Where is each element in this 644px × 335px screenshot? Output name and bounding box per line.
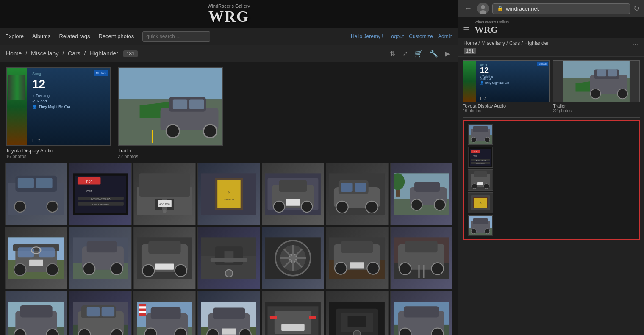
nav-explore[interactable]: Explore [5, 31, 24, 42]
svg-point-184 [471, 137, 476, 142]
svg-text:CAR MULTIMEDIA: CAR MULTIMEDIA [91, 197, 110, 200]
photo-cell[interactable] [326, 227, 388, 289]
photo-cell[interactable]: npr wait CAR MULTIMEDIA Dock Connector [69, 163, 131, 225]
photo-cell[interactable] [197, 227, 260, 289]
url-field[interactable]: 🔒 windracer.net [492, 3, 630, 14]
svg-text:npr: npr [474, 150, 477, 152]
svg-point-75 [83, 263, 95, 275]
more-icon[interactable]: ⋯ [632, 40, 639, 48]
svg-point-102 [367, 263, 379, 274]
toolbar-icons: ⇅ ⤢ 🛒 🔧 ▶ [388, 49, 452, 58]
photo-cell[interactable] [69, 227, 131, 289]
svg-point-81 [175, 265, 187, 277]
breadcrumb-home[interactable]: Home [6, 50, 22, 57]
play-icon[interactable]: ▶ [443, 49, 452, 58]
back-button[interactable]: ← [463, 3, 474, 14]
svg-rect-177 [597, 70, 606, 77]
svg-rect-116 [20, 305, 53, 317]
thumb-4[interactable]: ⚠ [468, 192, 493, 213]
url-bar: ← 🔒 windracer.net ↻ [458, 0, 644, 17]
mobile-album-tda[interactable]: Brows SongTime 12 ♪ Twisting ⊙ Flood 👤 T… [463, 60, 550, 114]
svg-rect-26 [139, 173, 190, 197]
admin-link[interactable]: Admin [438, 33, 452, 39]
svg-rect-8 [189, 99, 204, 109]
search-input[interactable] [142, 31, 210, 42]
svg-rect-210 [473, 218, 488, 224]
svg-rect-79 [148, 241, 180, 254]
thumb-5[interactable] [468, 215, 493, 236]
breadcrumb: Home / Miscellany / Cars / Highlander 18… [6, 50, 138, 57]
album-thumb-trailer [118, 67, 223, 146]
breadcrumb-cars[interactable]: Cars [68, 50, 80, 57]
mobile-site-label: WindRacer's Gallery [475, 20, 509, 24]
svg-point-80 [142, 265, 154, 277]
svg-point-108 [399, 263, 411, 275]
thumb-3[interactable] [468, 169, 493, 191]
expand-icon[interactable]: ⤢ [400, 49, 409, 58]
sort-icon[interactable]: ⇅ [388, 49, 397, 58]
cart-icon[interactable]: 🛒 [413, 49, 425, 58]
nav-albums[interactable]: Albums [32, 31, 50, 42]
nav-recent-photos[interactable]: Recent photos [98, 31, 134, 42]
svg-rect-100 [341, 241, 373, 253]
mobile-album-thumb-tda: Brows SongTime 12 ♪ Twisting ⊙ Flood 👤 T… [463, 60, 550, 102]
photo-cell[interactable] [5, 227, 67, 289]
svg-point-198 [472, 184, 477, 189]
photo-cell[interactable] [5, 163, 67, 225]
thumb-2[interactable]: npr wait CAR MULTIMEDIA Dock Connector [468, 147, 493, 168]
customize-link[interactable]: Customize [409, 33, 433, 39]
photo-cell[interactable] [197, 291, 260, 335]
mobile-album-trailer[interactable]: Trailer 22 photos [553, 60, 640, 114]
mobile-tda-count: 16 photos [463, 108, 550, 113]
hamburger-icon[interactable]: ☰ [463, 23, 469, 32]
photo-cell[interactable] [262, 291, 324, 335]
mobile-trailer-count: 22 photos [553, 108, 640, 113]
svg-point-5 [166, 125, 179, 138]
avatar [477, 3, 489, 14]
nav-related-tags[interactable]: Related tags [59, 31, 90, 42]
photo-cell[interactable] [390, 163, 452, 225]
photo-cell[interactable]: ABC 1234 [133, 163, 196, 225]
svg-rect-74 [86, 241, 117, 252]
photo-cell[interactable] [390, 291, 452, 335]
svg-text:CAR MULTIMEDIA: CAR MULTIMEDIA [475, 160, 486, 161]
album-toyota-display-audio[interactable]: Brows SongTime 12 ♪Twisting ⊙Flood [6, 67, 111, 160]
svg-point-185 [485, 137, 490, 142]
svg-text:Dock Connector: Dock Connector [476, 163, 485, 164]
svg-rect-88 [210, 258, 247, 262]
photo-cell[interactable] [262, 227, 324, 289]
svg-rect-103 [350, 263, 364, 269]
svg-rect-144 [213, 307, 245, 319]
svg-point-59 [434, 199, 445, 210]
svg-point-6 [203, 125, 217, 138]
thumb-1[interactable] [468, 124, 493, 145]
photo-cell[interactable] [326, 163, 388, 225]
mobile-breadcrumb-text: Home / Miscellany / Cars / Highlander [464, 40, 639, 46]
photo-cell[interactable] [69, 291, 131, 335]
svg-point-175 [591, 89, 601, 99]
photo-cell[interactable] [326, 291, 388, 335]
tool-icon[interactable]: 🔧 [428, 49, 440, 58]
photo-cell[interactable] [5, 291, 67, 335]
reload-button[interactable]: ↻ [633, 4, 640, 13]
svg-rect-197 [474, 171, 487, 177]
photo-cell[interactable] [133, 291, 196, 335]
svg-point-42 [301, 201, 312, 212]
breadcrumb-highlander[interactable]: Highlander [89, 50, 118, 57]
photo-cell[interactable] [390, 227, 452, 289]
breadcrumb-miscellany[interactable]: Miscellany [31, 50, 58, 57]
svg-rect-67 [29, 260, 43, 266]
hello-text: Hello Jeremy ! [351, 33, 383, 39]
photo-cell[interactable] [262, 163, 324, 225]
svg-point-76 [111, 263, 122, 275]
album-trailer[interactable]: Trailer 22 photos [118, 67, 223, 160]
photo-cell[interactable] [133, 227, 196, 289]
album-tda-count: 16 photos [6, 154, 111, 159]
photo-cell[interactable]: ⚠ CAUTION [197, 163, 260, 225]
svg-text:CAUTION: CAUTION [224, 198, 234, 200]
logout-link[interactable]: Logout [389, 33, 404, 39]
svg-rect-125 [86, 307, 100, 316]
album-thumb-tda: Brows SongTime 12 ♪Twisting ⊙Flood [6, 67, 111, 146]
svg-point-109 [431, 263, 443, 275]
mobile-album-thumb-trailer [553, 60, 640, 102]
